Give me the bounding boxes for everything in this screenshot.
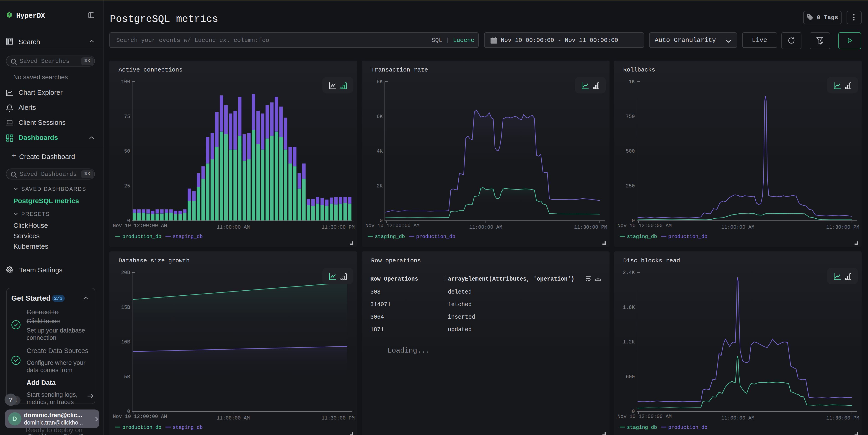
svg-text:Transaction rate: Transaction rate xyxy=(371,66,428,73)
svg-text:11:30:00 PM: 11:30:00 PM xyxy=(321,415,355,421)
svg-text:Nov 10 12:00:00 AM: Nov 10 12:00:00 AM xyxy=(113,223,167,228)
svg-text:6K: 6K xyxy=(377,114,383,119)
svg-text:308: 308 xyxy=(370,289,380,295)
svg-text:250: 250 xyxy=(626,183,635,189)
svg-text:production_db: production_db xyxy=(668,425,708,430)
svg-text:314071: 314071 xyxy=(370,301,391,308)
svg-text:staging_db: staging_db xyxy=(173,425,203,430)
svg-text:20B: 20B xyxy=(121,270,130,275)
svg-text:deleted: deleted xyxy=(448,289,472,295)
svg-text:750: 750 xyxy=(626,114,635,119)
svg-text:11:00:00 AM: 11:00:00 AM xyxy=(217,415,250,421)
svg-text:production_db: production_db xyxy=(122,425,161,430)
svg-text:11:00:00 AM: 11:00:00 AM xyxy=(721,415,754,421)
svg-text:arrayElement(Attributes, 'oper: arrayElement(Attributes, 'operation') xyxy=(448,276,574,282)
svg-text:11:30:00 PM: 11:30:00 PM xyxy=(826,415,859,421)
svg-text:15B: 15B xyxy=(121,305,130,310)
svg-text:11:30:00 PM: 11:30:00 PM xyxy=(826,224,859,230)
svg-text:11:30:00 PM: 11:30:00 PM xyxy=(321,224,355,230)
svg-text:500: 500 xyxy=(626,148,635,154)
svg-text:⋮: ⋮ xyxy=(442,276,448,282)
svg-text:Row Operations: Row Operations xyxy=(370,276,418,282)
svg-text:fetched: fetched xyxy=(448,301,472,308)
svg-text:1.8K: 1.8K xyxy=(623,305,635,310)
svg-text:Database size growth: Database size growth xyxy=(119,257,190,264)
svg-text:1.2K: 1.2K xyxy=(623,339,635,345)
svg-text:10B: 10B xyxy=(121,339,130,345)
svg-text:3064: 3064 xyxy=(370,314,384,321)
svg-text:Disc blocks read: Disc blocks read xyxy=(623,257,680,264)
svg-text:8K: 8K xyxy=(377,79,383,85)
svg-text:production_db: production_db xyxy=(122,234,161,239)
svg-text:Loading...: Loading... xyxy=(387,347,430,355)
svg-text:staging_db: staging_db xyxy=(173,234,203,239)
svg-text:1K: 1K xyxy=(629,79,635,85)
svg-text:11:00:00 AM: 11:00:00 AM xyxy=(469,224,502,230)
svg-text:Nov 10 12:00:00 AM: Nov 10 12:00:00 AM xyxy=(113,414,167,420)
svg-text:staging_db: staging_db xyxy=(627,425,657,430)
svg-text:50: 50 xyxy=(124,148,130,154)
svg-text:Nov 10 12:00:00 AM: Nov 10 12:00:00 AM xyxy=(365,223,420,228)
svg-text:1871: 1871 xyxy=(370,326,384,333)
svg-text:Active connections: Active connections xyxy=(119,66,183,73)
svg-text:25: 25 xyxy=(124,183,130,189)
svg-text:Nov 10 12:00:00 AM: Nov 10 12:00:00 AM xyxy=(618,223,672,228)
svg-text:inserted: inserted xyxy=(448,314,475,321)
svg-text:2K: 2K xyxy=(377,183,383,189)
svg-text:100: 100 xyxy=(121,79,130,85)
svg-text:Nov 10 12:00:00 AM: Nov 10 12:00:00 AM xyxy=(618,414,672,420)
svg-text:production_db: production_db xyxy=(668,234,708,239)
svg-text:production_db: production_db xyxy=(416,234,455,239)
svg-text:staging_db: staging_db xyxy=(627,234,657,239)
svg-text:11:30:00 PM: 11:30:00 PM xyxy=(574,224,607,230)
svg-text:Row operations: Row operations xyxy=(371,257,421,264)
svg-text:75: 75 xyxy=(124,114,130,119)
svg-text:5B: 5B xyxy=(124,374,130,380)
svg-text:600: 600 xyxy=(626,374,635,380)
svg-text:2.4K: 2.4K xyxy=(623,270,635,275)
svg-text:11:00:00 AM: 11:00:00 AM xyxy=(217,224,250,230)
svg-text:updated: updated xyxy=(448,326,472,333)
svg-text:staging_db: staging_db xyxy=(374,234,405,239)
svg-text:Rollbacks: Rollbacks xyxy=(623,66,655,73)
svg-text:4K: 4K xyxy=(377,148,383,154)
svg-text:11:00:00 AM: 11:00:00 AM xyxy=(721,224,754,230)
